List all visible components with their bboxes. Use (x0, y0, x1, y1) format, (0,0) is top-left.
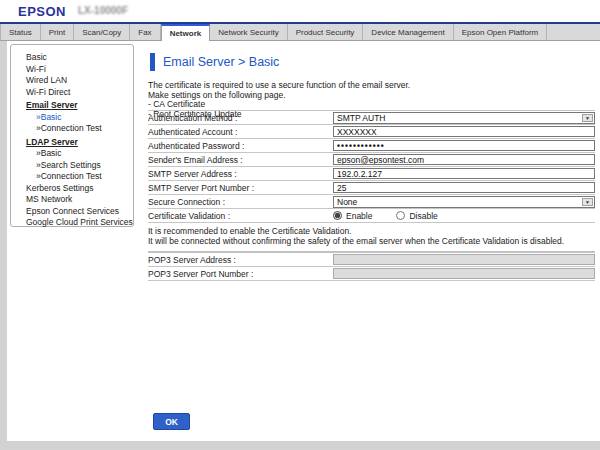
tab-status[interactable]: Status (0, 24, 41, 40)
smtp-server-port-label: SMTP Server Port Number : (148, 183, 333, 193)
sidebar-section-email-server[interactable]: Email Server (11, 100, 133, 112)
secure-connection-value: None (334, 197, 357, 207)
pop3-server-port-label: POP3 Server Port Number : (148, 269, 333, 279)
tab-scan-copy[interactable]: Scan/Copy (74, 24, 130, 40)
smtp-server-port-input[interactable] (333, 182, 595, 193)
sidebar-item-wired-lan[interactable]: Wired LAN (11, 75, 133, 87)
tab-product-security[interactable]: Product Security (288, 24, 364, 40)
tab-network[interactable]: Network (161, 24, 211, 41)
form-row-authenticated-account: Authenticated Account : (148, 125, 595, 139)
certificate-validation-label: Certificate Validation : (148, 211, 333, 221)
sidebar-item-email-server-basic[interactable]: »Basic (11, 112, 133, 124)
secure-connection-label: Secure Connection : (148, 197, 333, 207)
tab-print[interactable]: Print (41, 24, 74, 40)
secure-connection-select[interactable]: None ▼ (333, 196, 595, 208)
tab-fax[interactable]: Fax (130, 24, 160, 40)
authentication-method-select[interactable]: SMTP AUTH ▼ (333, 112, 595, 124)
disable-radio-label: Disable (409, 211, 437, 221)
sidebar-item-epson-connect-services[interactable]: Epson Connect Services (11, 206, 133, 218)
certificate-validation-note: It is recommended to enable the Certific… (148, 223, 595, 253)
pop3-server-port-input (333, 268, 595, 279)
pop3-server-address-label: POP3 Server Address : (148, 255, 333, 265)
form-row-smtp-server-address: SMTP Server Address : (148, 167, 595, 181)
smtp-server-address-label: SMTP Server Address : (148, 169, 333, 179)
sidebar-item-wifi-direct[interactable]: Wi-Fi Direct (11, 87, 133, 99)
sidebar-item-ldap-search-settings[interactable]: »Search Settings (11, 160, 133, 172)
title-accent-bar (150, 53, 155, 71)
dropdown-arrow-icon[interactable]: ▼ (582, 198, 593, 206)
sidebar-section-ldap-server[interactable]: LDAP Server (11, 137, 133, 149)
page-title: Email Server > Basic (163, 55, 279, 69)
senders-email-input[interactable] (333, 154, 595, 165)
authenticated-account-label: Authenticated Account : (148, 127, 333, 137)
authentication-method-label: Authentication Method : (148, 113, 333, 123)
sidebar-item-ldap-basic[interactable]: »Basic (11, 148, 133, 160)
enable-radio-label: Enable (346, 211, 372, 221)
certificate-validation-enable-option[interactable]: Enable (333, 211, 372, 221)
sidebar-item-google-cloud-print-services[interactable]: Google Cloud Print Services (11, 217, 133, 229)
sidebar-item-ms-network[interactable]: MS Network (11, 194, 133, 206)
tab-network-security[interactable]: Network Security (210, 24, 287, 40)
sidebar-item-basic[interactable]: Basic (11, 52, 133, 64)
email-server-form: Authentication Method : SMTP AUTH ▼ Auth… (148, 110, 595, 281)
form-row-authenticated-password: Authenticated Password : (148, 139, 595, 153)
certificate-validation-disable-radio[interactable] (396, 211, 405, 220)
sidebar-item-email-server-connection-test[interactable]: »Connection Test (11, 123, 133, 135)
senders-email-label: Sender's Email Address : (148, 155, 333, 165)
ok-button[interactable]: OK (153, 413, 190, 430)
tab-device-management[interactable]: Device Management (363, 24, 453, 40)
certificate-validation-disable-option[interactable]: Disable (396, 211, 437, 221)
epson-logo: EPSON (18, 4, 66, 19)
form-row-pop3-server-port: POP3 Server Port Number : (148, 267, 595, 281)
tab-bar: Status Print Scan/Copy Fax Network Netwo… (0, 24, 600, 41)
tab-epson-open-platform[interactable]: Epson Open Platform (454, 24, 547, 40)
sidebar-item-ldap-connection-test[interactable]: »Connection Test (11, 171, 133, 183)
web-config-page: EPSON LX-10000F Status Print Scan/Copy F… (0, 0, 600, 450)
pop3-server-address-input (333, 254, 595, 265)
header: EPSON LX-10000F (0, 0, 600, 22)
printer-model-name: LX-10000F (78, 5, 128, 16)
certificate-validation-enable-radio[interactable] (333, 211, 342, 220)
form-row-secure-connection: Secure Connection : None ▼ (148, 195, 595, 209)
form-row-smtp-server-port: SMTP Server Port Number : (148, 181, 595, 195)
authenticated-password-input[interactable] (333, 140, 595, 151)
sidebar-menu: Basic Wi-Fi Wired LAN Wi-Fi Direct Email… (10, 44, 134, 227)
smtp-server-address-input[interactable] (333, 168, 595, 179)
sidebar-item-kerberos-settings[interactable]: Kerberos Settings (11, 183, 133, 195)
form-row-pop3-server-address: POP3 Server Address : (148, 253, 595, 267)
authentication-method-value: SMTP AUTH (334, 113, 386, 123)
authenticated-account-input[interactable] (333, 126, 595, 137)
sidebar-item-wifi[interactable]: Wi-Fi (11, 64, 133, 76)
note-line: It will be connected without confirming … (148, 237, 595, 247)
authenticated-password-label: Authenticated Password : (148, 141, 333, 151)
dropdown-arrow-icon[interactable]: ▼ (582, 114, 593, 122)
form-row-senders-email: Sender's Email Address : (148, 153, 595, 167)
form-row-certificate-validation: Certificate Validation : Enable Disable (148, 209, 595, 223)
form-row-authentication-method: Authentication Method : SMTP AUTH ▼ (148, 111, 595, 125)
content-panel: Basic Wi-Fi Wired LAN Wi-Fi Direct Email… (7, 41, 600, 441)
